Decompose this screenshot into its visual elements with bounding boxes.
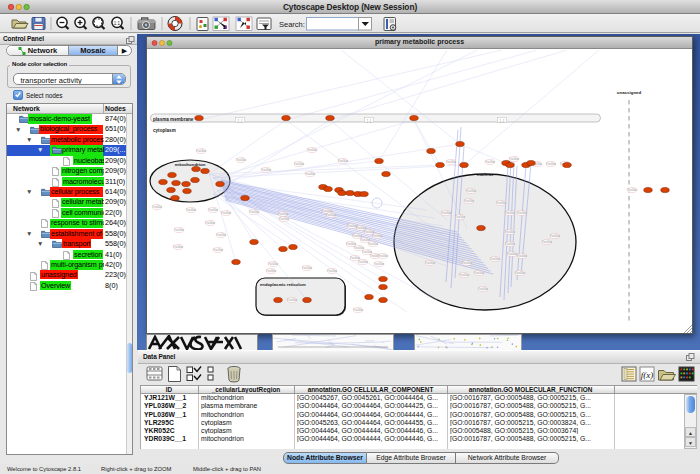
svg-text:Yxx00w: Yxx00w [505, 211, 516, 215]
svg-text:endoplasmic reticulum: endoplasmic reticulum [260, 282, 306, 287]
svg-text:Yxx00w: Yxx00w [268, 262, 279, 266]
svg-text:Yxx00w: Yxx00w [517, 254, 528, 258]
svg-text:Yxx00w: Yxx00w [490, 257, 501, 261]
svg-text:Yxx00w: Yxx00w [505, 230, 516, 234]
svg-text:Yxx00w: Yxx00w [478, 287, 489, 291]
svg-text:Yxx00w: Yxx00w [546, 162, 557, 166]
svg-text:Yxx00w: Yxx00w [485, 160, 496, 164]
svg-text:Yxx00w: Yxx00w [236, 158, 247, 162]
svg-text:Yxx00w: Yxx00w [208, 208, 219, 212]
svg-text:Yxx00w: Yxx00w [515, 271, 526, 275]
svg-text:Yxx00w: Yxx00w [216, 233, 227, 237]
svg-text:Yxx00w: Yxx00w [261, 168, 272, 172]
svg-text:Yxx00w: Yxx00w [327, 269, 338, 273]
svg-text:Yxx00w: Yxx00w [174, 228, 185, 232]
svg-text:Yxx00w: Yxx00w [462, 261, 473, 265]
svg-text:Yxx00w: Yxx00w [455, 215, 466, 219]
svg-text:Yxx00w: Yxx00w [338, 159, 349, 163]
svg-text:Yxx00w: Yxx00w [305, 172, 316, 176]
svg-text:Yxx00w: Yxx00w [378, 254, 389, 258]
svg-text:Yxx00w: Yxx00w [326, 213, 337, 217]
svg-text:Yxx00w: Yxx00w [627, 188, 638, 192]
svg-text:Yxx00w: Yxx00w [517, 211, 528, 215]
svg-text:Yxx00w: Yxx00w [221, 211, 232, 215]
svg-text:[...]: [...] [238, 119, 243, 123]
svg-text:plasma membrane: plasma membrane [153, 117, 194, 122]
svg-text:mitochondrion: mitochondrion [175, 162, 206, 167]
svg-text:Yxx00w: Yxx00w [459, 273, 470, 277]
svg-text:Yxx00w: Yxx00w [550, 234, 561, 238]
svg-text:cytoplasm: cytoplasm [153, 128, 176, 133]
svg-text:Yxx00w: Yxx00w [505, 242, 516, 246]
svg-text:Yxx00w: Yxx00w [474, 271, 485, 275]
svg-text:Search:: Search: [279, 20, 305, 29]
svg-text:Yxx00w: Yxx00w [368, 242, 379, 246]
svg-text:Yxx00w: Yxx00w [353, 308, 364, 312]
svg-text:Yxx00w: Yxx00w [372, 234, 383, 238]
svg-text:Yxx00w: Yxx00w [173, 245, 184, 249]
svg-text:Yxx00w: Yxx00w [294, 162, 305, 166]
svg-text:Yxx00w: Yxx00w [302, 266, 313, 270]
svg-text:Yxx00w: Yxx00w [446, 160, 457, 164]
svg-text:Yxx00w: Yxx00w [496, 201, 507, 205]
svg-text:Yxx00w: Yxx00w [441, 211, 452, 215]
svg-text:Yxx00w: Yxx00w [542, 240, 553, 244]
svg-text:Yxx00w: Yxx00w [186, 208, 197, 212]
svg-text:f(x): f(x) [641, 370, 654, 380]
svg-text:nucleus: nucleus [477, 172, 494, 177]
svg-text:Yxx00w: Yxx00w [152, 205, 163, 209]
svg-text:Yxx00w: Yxx00w [205, 221, 216, 225]
svg-text:Yxx00w: Yxx00w [464, 199, 475, 203]
svg-text:1:1: 1:1 [114, 21, 121, 26]
svg-text:Yxx00w: Yxx00w [213, 248, 224, 252]
svg-text:unassigned: unassigned [617, 90, 642, 95]
svg-text:Yxx00w: Yxx00w [358, 260, 369, 264]
svg-text:Yxx00w: Yxx00w [266, 269, 277, 273]
svg-text:Yxx00w: Yxx00w [279, 217, 290, 221]
svg-text:Yxx00w: Yxx00w [196, 149, 207, 153]
svg-text:Yxx00w: Yxx00w [249, 210, 260, 214]
svg-text:[...]: [...] [367, 119, 372, 123]
svg-text:Yxx00w: Yxx00w [425, 261, 436, 265]
svg-text:Yxx00w: Yxx00w [307, 148, 318, 152]
svg-text:Yxx00w: Yxx00w [287, 298, 298, 302]
svg-text:Yxx00w: Yxx00w [374, 262, 385, 266]
svg-text:Yxx00w: Yxx00w [466, 189, 477, 193]
svg-text:Yxx00w: Yxx00w [278, 212, 289, 216]
svg-text:[...]: [...] [500, 119, 505, 123]
svg-text:Yxx00w: Yxx00w [509, 157, 520, 161]
